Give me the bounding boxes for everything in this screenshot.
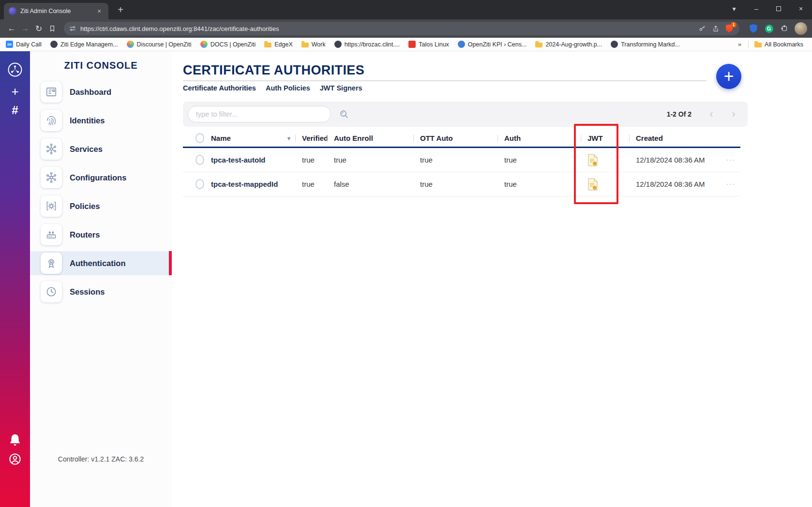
sidebar-item-services[interactable]: Services [30,137,172,161]
site-settings-icon[interactable] [69,25,76,32]
table-row[interactable]: tpca-test-mappedId true false true true … [183,172,740,196]
col-ott-auto[interactable]: OTT Auto [413,130,497,147]
bookmark-item[interactable]: Ziti Edge Managem... [50,41,118,48]
col-auto-enroll[interactable]: Auto Enroll [327,130,413,147]
brave-shield-icon[interactable]: 1 [724,23,735,34]
bookmark-item[interactable]: Talos Linux [408,41,449,48]
configurations-icon [41,167,62,188]
col-name[interactable]: Name▾ [204,130,295,147]
col-verified[interactable]: Verified [295,130,327,147]
divider [748,41,749,48]
filter-input[interactable] [188,106,331,122]
tab-close-icon[interactable]: × [95,7,104,15]
rail-hash-icon[interactable]: # [12,104,18,116]
bookmark-item[interactable]: Discourse | OpenZiti [127,41,192,48]
row-menu-icon[interactable]: ··· [726,180,735,189]
page-next-icon[interactable]: › [726,108,741,120]
rail-plus-icon[interactable]: + [11,85,18,98]
col-jwt[interactable]: JWT [581,130,629,147]
sidebar-item-policies[interactable]: Policies [30,194,172,218]
extensions-puzzle-icon[interactable] [778,22,791,35]
forward-button[interactable]: → [18,22,32,35]
openziti-logo-icon[interactable] [6,61,24,78]
share-icon[interactable] [710,23,721,34]
tab-certificate-authorities[interactable]: Certificate Authorities [183,84,256,92]
bookmark-item[interactable]: OpenZiti KPI › Cens... [458,41,527,48]
bookmarks-overflow-icon[interactable]: » [738,41,741,48]
row-checkbox[interactable] [195,155,204,165]
filter-bar: 1-2 Of 2 ‹ › [183,102,748,127]
browser-window: Ziti Admin Console × + ▾ – × ← → ↻ https… [0,0,812,507]
folder-icon [301,43,309,47]
ca-ott-auto: true [413,148,497,172]
tab-jwt-signers[interactable]: JWT Signers [320,84,362,92]
bookmark-item[interactable]: zmDaily Call [6,41,42,48]
password-key-icon[interactable] [697,23,707,34]
bookmark-item[interactable]: Work [301,41,326,48]
ca-ott-auto: true [413,172,497,196]
bookmark-item[interactable]: 2024-Aug-growth.p... [535,41,602,48]
maximize-button[interactable] [767,0,790,17]
all-bookmarks-button[interactable]: All Bookmarks [754,41,803,48]
ca-auth: true [497,148,581,172]
folder-icon [754,43,762,47]
bookmarks-bar: zmDaily Call Ziti Edge Managem... Discou… [0,38,812,51]
bookmark-item[interactable]: Transforming Markd... [611,41,680,48]
col-auth[interactable]: Auth [497,130,581,147]
back-button[interactable]: ← [5,22,18,35]
sidebar-item-sessions[interactable]: Sessions [30,280,172,304]
grammarly-icon[interactable]: G [763,22,775,35]
sidebar-item-dashboard[interactable]: Dashboard [30,80,172,104]
search-icon[interactable] [339,109,349,119]
row-checkbox[interactable] [195,179,204,189]
award-badge-icon [41,253,62,274]
browser-tab[interactable]: Ziti Admin Console × [4,3,108,19]
browser-toolbar: ← → ↻ https://ctrl.cdaws.clint.demo.open… [0,19,812,38]
tab-search-icon[interactable]: ▾ [723,0,745,17]
close-button[interactable]: × [790,0,812,17]
new-tab-button[interactable]: + [114,3,127,16]
url-text[interactable]: https://ctrl.cdaws.clint.demo.openziti.o… [80,25,694,32]
clock-icon [41,281,62,302]
minimize-button[interactable]: – [745,0,767,17]
left-rail: + # [0,51,30,507]
profile-icon[interactable] [8,452,22,466]
notifications-bell-icon[interactable] [8,432,22,447]
bookmark-item[interactable]: DOCS | OpenZiti [200,41,256,48]
sort-chevron-icon[interactable]: ▾ [287,135,290,142]
ca-created: 12/18/2024 08:36 AM [629,148,719,172]
version-footer: Controller: v1.2.1 ZAC: 3.6.2 [30,455,172,463]
sidebar-item-authentication[interactable]: Authentication [30,251,172,275]
ca-name[interactable]: tpca-test-mappedId [204,172,295,196]
pagination-label: 1-2 Of 2 [667,110,692,118]
bookmark-icon[interactable] [45,22,59,35]
table-row[interactable]: tpca-test-autoId true true true true 12/… [183,148,740,172]
row-menu-icon[interactable]: ··· [726,156,735,164]
ca-name[interactable]: tpca-test-autoId [204,148,295,172]
select-all-checkbox[interactable] [195,133,204,143]
profile-avatar[interactable] [795,22,807,35]
ca-table: Name▾ Verified Auto Enroll OTT Auto Auth… [183,130,740,196]
tab-auth-policies[interactable]: Auth Policies [266,84,310,92]
ca-auth: true [497,172,581,196]
bookmark-item[interactable]: EdgeX [264,41,293,48]
col-created[interactable]: Created [629,130,719,147]
page-prev-icon[interactable]: ‹ [704,108,719,120]
extension-shield-icon[interactable] [747,22,760,35]
sidebar-item-configurations[interactable]: Configurations [30,165,172,190]
table-header: Name▾ Verified Auto Enroll OTT Auto Auth… [183,130,740,148]
bookmark-item[interactable]: https://brozac.clint.... [334,41,400,48]
add-ca-button[interactable]: + [716,64,741,89]
sidebar-item-identities[interactable]: Identities [30,108,172,133]
address-bar[interactable]: https://ctrl.cdaws.clint.demo.openziti.o… [64,22,739,35]
section-tabs: Certificate Authorities Auth Policies JW… [183,84,362,92]
jwt-certificate-icon[interactable] [587,178,598,191]
refresh-button[interactable]: ↻ [32,22,45,35]
main-content: CERTIFICATE AUTHORITIES Certificate Auth… [172,51,812,507]
docs-icon [200,41,208,48]
shield-badge: 1 [731,22,737,28]
sidebar-item-routers[interactable]: Routers [30,223,172,247]
zoom-icon: zm [6,41,13,48]
jwt-certificate-icon[interactable] [587,154,598,166]
console-title: ZITI CONSOLE [30,60,172,71]
